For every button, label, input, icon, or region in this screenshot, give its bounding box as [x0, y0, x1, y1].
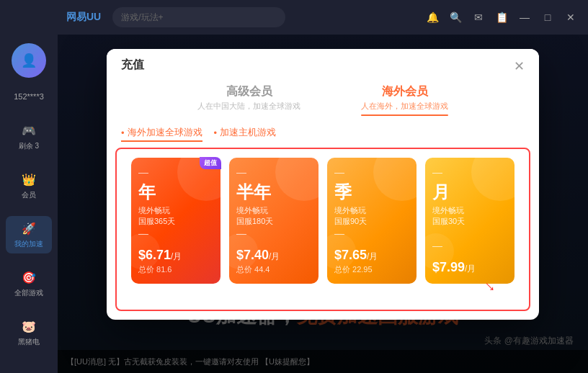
mail-icon[interactable]: ✉	[470, 9, 487, 26]
main-content: UU加速器，免费加速国服游戏 头条 @有趣游戏加速器 【[UU消息] 无】古无截…	[58, 35, 588, 373]
sidebar-item-label: 黑猪电	[18, 337, 40, 347]
clipboard-icon[interactable]: 📋	[493, 9, 510, 26]
avatar: 👤	[12, 43, 46, 78]
plan-period-year: 年	[138, 181, 213, 204]
plan-desc-month: 境外畅玩国服30天	[432, 205, 507, 240]
coins-icon: 🎮	[21, 122, 37, 138]
member-icon: 👑	[21, 171, 37, 187]
tab-advanced-label: 高级会员	[197, 84, 300, 99]
plan-desc-year: 境外畅玩国服365天	[138, 205, 213, 228]
plan-price-section-quarter: $7.65/月	[334, 248, 409, 263]
modal-close-button[interactable]: ✕	[510, 58, 527, 75]
modal-header: 充值 ✕	[107, 49, 539, 73]
sidebar: 👤 152****3 🎮 刷余 3 👑 会员 🚀 我的加速 🎯 全部游戏 🐷 黑…	[0, 0, 58, 373]
sub-tabs: 海外加速全球游戏 加速主机游戏	[107, 125, 539, 148]
search-placeholder: 游戏/玩法+	[121, 12, 163, 24]
sidebar-item-blackpig[interactable]: 🐷 黑猪电	[6, 314, 52, 351]
plan-desc2-year: —	[138, 228, 213, 239]
modal-title: 充值	[121, 58, 144, 73]
sidebar-item-label: 我的加速	[14, 239, 43, 249]
plans-grid: 超值 — 年 境外畅玩国服365天 — $6.71/月 总价 81.6	[131, 149, 514, 284]
plan-unit-year: /月	[171, 251, 182, 261]
search-bar[interactable]: 游戏/玩法+	[112, 7, 285, 27]
sidebar-item-myboost[interactable]: 🚀 我的加速	[6, 216, 52, 253]
plan-minus-quarter: —	[334, 166, 409, 178]
plan-minus-month: —	[432, 166, 507, 178]
sidebar-item-label: 全部游戏	[14, 288, 43, 298]
plan-desc2-quarter: —	[334, 228, 409, 239]
sidebar-item-allgames[interactable]: 🎯 全部游戏	[6, 265, 52, 302]
tab-overseas-label: 海外会员	[361, 84, 448, 99]
sidebar-item-coins[interactable]: 🎮 刷余 3	[6, 118, 52, 156]
tab-overseas-subtitle: 人在海外，加速全球游戏	[361, 101, 448, 112]
plan-price-section-year: $6.71/月	[138, 248, 213, 263]
plan-period-quarter: 季	[334, 181, 409, 204]
plan-price-month: $7.99	[432, 260, 465, 274]
member-tabs: 高级会员 人在中国大陆，加速全球游戏 海外会员 人在海外，加速全球游戏	[107, 73, 539, 125]
plan-unit-month: /月	[465, 264, 476, 274]
plan-price-section-half: $7.40/月	[236, 248, 311, 263]
plan-desc2-half: —	[236, 228, 311, 239]
sidebar-item-label: 会员	[22, 190, 36, 200]
modal-dialog: 充值 ✕ 高级会员 人在中国大陆，加速全球游戏 海外会员 人在海外，加速全球游戏	[107, 49, 539, 320]
plan-unit-quarter: /月	[367, 251, 378, 261]
plan-total-year: 总价 81.6	[138, 264, 213, 275]
plan-total-quarter: 总价 22.95	[334, 264, 409, 275]
plan-period-half: 半年	[236, 181, 311, 204]
app-logo: 网易UU	[66, 11, 101, 24]
tab-overseas-member[interactable]: 海外会员 人在海外，加速全球游戏	[352, 81, 457, 119]
plan-price-year: $6.71	[138, 248, 171, 262]
boost-icon: 🚀	[21, 220, 37, 236]
sidebar-username: 152****3	[14, 92, 44, 101]
plan-unit-half: /月	[269, 251, 280, 261]
tab-advanced-member[interactable]: 高级会员 人在中国大陆，加速全球游戏	[189, 81, 309, 119]
maximize-icon[interactable]: □	[539, 9, 556, 26]
minimize-icon[interactable]: —	[516, 9, 533, 26]
sub-tab-console[interactable]: 加速主机游戏	[214, 125, 277, 142]
plan-desc-quarter: 境外畅玩国服90天	[334, 205, 409, 228]
plan-badge-year: 超值	[200, 157, 221, 169]
plan-desc-half: 境外畅玩国服180天	[236, 205, 311, 228]
plan-minus-half: —	[236, 166, 311, 178]
sub-tab-global[interactable]: 海外加速全球游戏	[121, 125, 202, 142]
plan-card-year[interactable]: 超值 — 年 境外畅玩国服365天 — $6.71/月 总价 81.6	[131, 158, 220, 284]
search-icon[interactable]: 🔍	[447, 9, 464, 26]
plan-period-month: 月	[432, 181, 507, 204]
games-icon: 🎯	[21, 269, 37, 285]
plan-card-month[interactable]: — 月 境外畅玩国服30天 — $7.99/月	[425, 158, 514, 284]
topbar: 网易UU 游戏/玩法+ 🔔 🔍 ✉ 📋 — □ ✕	[58, 0, 588, 35]
blackpig-icon: 🐷	[21, 318, 37, 334]
sidebar-item-label: 刷余 3	[19, 141, 39, 151]
close-icon[interactable]: ✕	[562, 9, 579, 26]
modal-overlay: 充值 ✕ 高级会员 人在中国大陆，加速全球游戏 海外会员 人在海外，加速全球游戏	[58, 35, 588, 373]
plan-price-section-month: $7.99/月	[432, 260, 507, 275]
plan-price-quarter: $7.65	[334, 248, 367, 262]
arrow-container: ↑	[131, 284, 514, 298]
plans-container: 超值 — 年 境外畅玩国服365天 — $6.71/月 总价 81.6	[115, 148, 530, 311]
tab-overseas-underline	[361, 114, 448, 116]
topbar-icons: 🔔 🔍 ✉ 📋 — □ ✕	[424, 9, 579, 26]
sidebar-item-member[interactable]: 👑 会员	[6, 167, 52, 205]
plan-price-half: $7.40	[236, 248, 269, 262]
plan-desc2-month: —	[432, 240, 507, 251]
notification-icon[interactable]: 🔔	[424, 9, 441, 26]
tab-advanced-subtitle: 人在中国大陆，加速全球游戏	[197, 101, 300, 112]
plan-card-halfyear[interactable]: — 半年 境外畅玩国服180天 — $7.40/月 总价 44.4	[229, 158, 318, 284]
plan-total-half: 总价 44.4	[236, 264, 311, 275]
plan-card-quarter[interactable]: — 季 境外畅玩国服90天 — $7.65/月 总价 22.95	[327, 158, 416, 284]
